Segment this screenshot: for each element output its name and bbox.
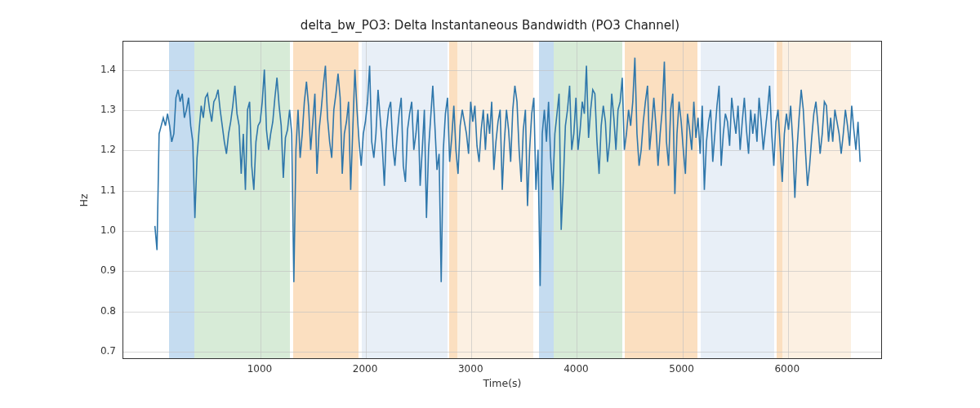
- x-tick: 5000: [669, 363, 694, 375]
- x-axis-label: Time(s): [122, 377, 882, 389]
- figure: delta_bw_PO3: Delta Instantaneous Bandwi…: [0, 0, 980, 408]
- x-tick: 6000: [774, 363, 800, 375]
- x-tick: 3000: [458, 363, 483, 375]
- x-tick: 4000: [564, 363, 589, 375]
- y-axis-label: Hz: [78, 41, 91, 359]
- axes-area: [122, 41, 882, 359]
- line-trace: [123, 42, 881, 358]
- x-tick: 2000: [353, 363, 378, 375]
- x-tick: 1000: [247, 363, 273, 375]
- chart-title: delta_bw_PO3: Delta Instantaneous Bandwi…: [0, 18, 980, 33]
